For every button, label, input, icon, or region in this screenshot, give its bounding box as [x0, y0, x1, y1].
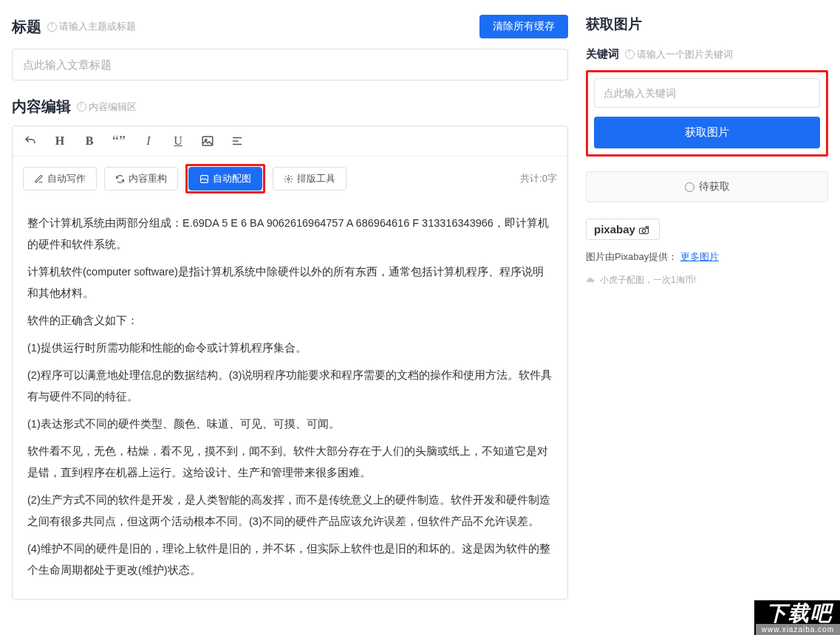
more-images-link[interactable]: 更多图片 — [680, 251, 719, 262]
paragraph: (2)程序可以满意地处理信息的数据结构。(3)说明程序功能要求和程序需要的文档的… — [27, 365, 553, 408]
svg-rect-9 — [646, 227, 649, 228]
paragraph: 整个计算机系统由两部分组成：E.69DA 5 E 6 BA 9062616964… — [27, 213, 553, 255]
editor-content[interactable]: 整个计算机系统由两部分组成：E.69DA 5 E 6 BA 9062616964… — [13, 201, 567, 599]
pending-status[interactable]: 待获取 — [586, 171, 828, 202]
content-hint: 内容编辑区 — [77, 100, 137, 114]
keyword-hint: 请输入一个图片关键词 — [625, 48, 733, 61]
taobao-note: 小虎子配图，一次1淘币! — [586, 274, 828, 286]
keyword-input[interactable] — [594, 78, 820, 108]
fetch-image-heading: 获取图片 — [586, 15, 828, 34]
provider-text: 图片由Pixabay提供： 更多图片 — [586, 250, 828, 264]
restructure-button[interactable]: 内容重构 — [104, 167, 178, 190]
info-icon — [47, 22, 57, 32]
action-row: 自动写作 内容重构 自动配图 — [13, 157, 567, 201]
svg-point-8 — [642, 230, 646, 233]
auto-image-highlight: 自动配图 — [185, 164, 265, 193]
keyword-label: 关键词 — [586, 47, 619, 61]
align-icon[interactable] — [230, 134, 245, 148]
camera-icon — [638, 226, 652, 235]
cloud-icon — [586, 277, 596, 284]
svg-point-6 — [287, 177, 290, 179]
heading-icon[interactable]: H — [52, 134, 67, 148]
italic-icon[interactable]: I — [141, 134, 156, 148]
auto-write-button[interactable]: 自动写作 — [23, 167, 97, 190]
paragraph: 软件的正确含义如下： — [27, 310, 553, 332]
toolbar: H B “” I U — [13, 126, 567, 157]
paragraph: 计算机软件(computer software)是指计算机系统中除硬件以外的所有… — [27, 261, 553, 304]
paragraph: 软件看不见，无色，枯燥，看不见，摸不到，闻不到。软件大部分存在于人们的头脑或纸上… — [27, 441, 553, 484]
info-icon — [625, 49, 635, 59]
title-header: 标题 请输入主题或标题 清除所有缓存 — [12, 15, 568, 38]
image-icon[interactable] — [200, 134, 215, 148]
paragraph: (1)提供运行时所需功能和性能的命令或计算机程序集合。 — [27, 337, 553, 359]
word-count: 共计:0字 — [520, 172, 557, 185]
circle-icon — [685, 182, 694, 192]
fetch-image-button[interactable]: 获取图片 — [594, 117, 820, 148]
pixabay-badge: pixabay — [586, 219, 660, 240]
auto-image-button[interactable]: 自动配图 — [188, 167, 262, 190]
title-heading: 标题 — [12, 17, 41, 37]
paragraph: (4)维护不同的硬件是旧的，理论上软件是旧的，并不坏，但实际上软件也是旧的和坏的… — [27, 538, 553, 581]
undo-icon[interactable] — [23, 134, 38, 148]
editor-box: H B “” I U 自动写作 — [12, 126, 568, 600]
keyword-highlight-box: 获取图片 — [586, 70, 828, 157]
clear-cache-button[interactable]: 清除所有缓存 — [479, 15, 568, 38]
content-heading: 内容编辑 — [12, 97, 71, 117]
paragraph: (2)生产方式不同的软件是开发，是人类智能的高发挥，而不是传统意义上的硬件制造。… — [27, 490, 553, 532]
layout-tool-button[interactable]: 排版工具 — [273, 167, 346, 190]
underline-icon[interactable]: U — [171, 134, 185, 148]
bold-icon[interactable]: B — [82, 134, 97, 148]
title-hint: 请输入主题或标题 — [47, 20, 136, 33]
quote-icon[interactable]: “” — [112, 134, 126, 148]
article-title-input[interactable] — [12, 49, 568, 80]
paragraph: (1)表达形式不同的硬件类型、颜色、味道、可见、可摸、可闻。 — [27, 413, 553, 435]
info-icon — [77, 102, 86, 111]
